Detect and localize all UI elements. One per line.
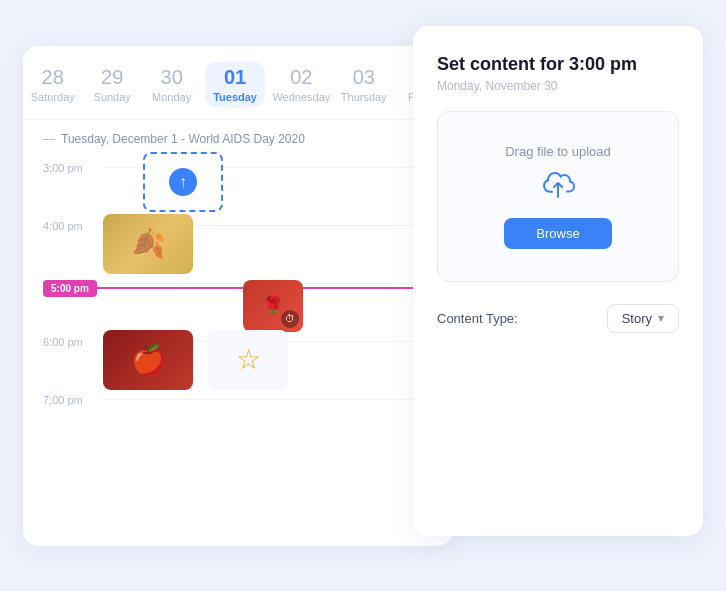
pomegranate-thumb: 🍎 — [103, 330, 193, 390]
day-03[interactable]: 03 Thursday — [338, 66, 390, 103]
pomegranate-decoration: 🍎 — [103, 330, 193, 390]
upload-area[interactable]: Drag file to upload Browse — [437, 111, 679, 282]
upload-text: Drag file to upload — [505, 144, 611, 159]
panel-title: Set content for 3:00 pm — [437, 54, 679, 75]
star-thumb: ☆ — [208, 330, 288, 390]
clock-icon: ⏱ — [281, 310, 299, 328]
browse-button[interactable]: Browse — [504, 218, 611, 249]
day-30[interactable]: 30 Monday — [146, 66, 198, 103]
content-type-value: Story — [622, 311, 652, 326]
day-29[interactable]: 29 Sunday — [86, 66, 138, 103]
upload-thumb[interactable]: ↑ — [143, 152, 223, 212]
right-panel: Set content for 3:00 pm Monday, November… — [413, 26, 703, 536]
time-row-6pm: 6:00 pm 🍎 ☆ — [43, 334, 433, 348]
date-title: Tuesday, December 1 - World AIDS Day 202… — [43, 132, 433, 146]
leaves-thumb: 🍂 — [103, 214, 193, 274]
day-header: 28 Saturday 29 Sunday 30 Monday 01 Tuesd… — [23, 46, 453, 120]
star-icon: ☆ — [236, 343, 261, 376]
panel-subtitle: Monday, November 30 — [437, 79, 679, 93]
calendar-body: Tuesday, December 1 - World AIDS Day 202… — [23, 120, 453, 540]
time-row-7pm: 7:00 pm — [43, 392, 433, 406]
current-time-badge: 5:00 pm — [43, 280, 97, 297]
content-type-row: Content Type: Story ▾ — [437, 304, 679, 333]
day-01[interactable]: 01 Tuesday — [205, 62, 265, 107]
content-type-label: Content Type: — [437, 311, 518, 326]
calendar-card: 28 Saturday 29 Sunday 30 Monday 01 Tuesd… — [23, 46, 453, 546]
upload-arrow-icon[interactable]: ↑ — [169, 168, 197, 196]
time-row-3pm: 3:00 pm ↑ — [43, 160, 433, 174]
red-thumb: 🌹 ⏱ — [243, 280, 303, 332]
leaf-decoration: 🍂 — [103, 214, 193, 274]
day-28[interactable]: 28 Saturday — [27, 66, 79, 103]
time-row-5pm-wrapper: 5:00 pm 5:00 pm 🌹 ⏱ — [43, 276, 433, 290]
day-02[interactable]: 02 Wednesday — [272, 66, 330, 103]
time-row-4pm: 4:00 pm 🍂 — [43, 218, 433, 232]
chevron-down-icon: ▾ — [658, 311, 664, 325]
current-time-indicator: 5:00 pm — [43, 280, 433, 297]
cloud-upload-icon — [540, 171, 576, 206]
content-type-select[interactable]: Story ▾ — [607, 304, 679, 333]
